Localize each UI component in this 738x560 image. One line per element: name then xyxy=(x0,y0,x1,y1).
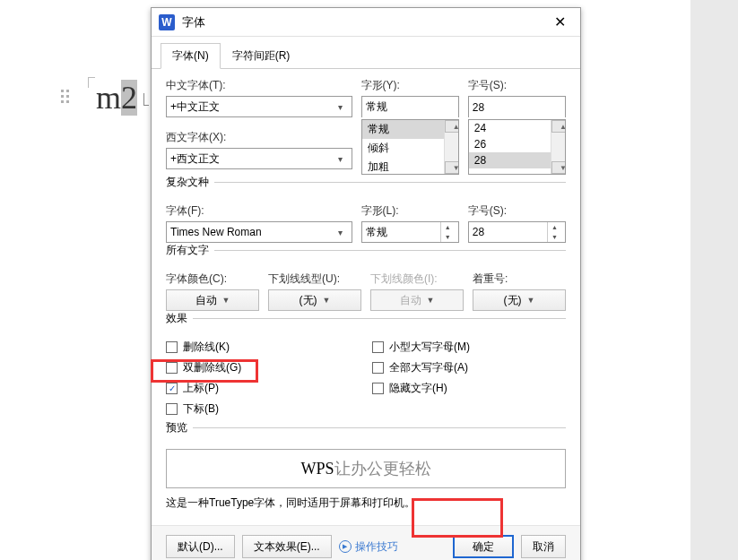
select-western-font[interactable]: +西文正文 ▾ xyxy=(166,148,352,169)
chevron-down-icon: ▼ xyxy=(527,296,535,305)
chevron-down-icon: ▼ xyxy=(427,296,435,305)
input-font-style[interactable]: 常规 xyxy=(361,96,459,117)
chevron-down-icon: ▾ xyxy=(334,154,348,164)
combo-font-color[interactable]: 自动▼ xyxy=(166,289,259,311)
doc-char-selected: 2 xyxy=(121,80,137,116)
scrollbar[interactable]: ▲ ▼ xyxy=(551,120,565,174)
dialog-titlebar[interactable]: W 字体 ✕ xyxy=(152,8,580,37)
select-complex-font[interactable]: Times New Roman ▾ xyxy=(166,221,352,243)
list-item[interactable]: 倾斜 xyxy=(362,139,444,158)
list-item[interactable]: 常规 xyxy=(362,120,444,139)
scroll-up-icon[interactable]: ▲ xyxy=(551,120,566,133)
text-effect-button[interactable]: 文本效果(E)... xyxy=(242,535,332,558)
section-complex: 复杂文种 xyxy=(166,175,214,190)
tab-spacing[interactable]: 字符间距(R) xyxy=(221,43,302,69)
scroll-down-icon[interactable]: ▼ xyxy=(445,161,459,174)
app-icon: W xyxy=(159,14,175,30)
tips-link[interactable]: ▶ 操作技巧 xyxy=(339,539,446,555)
label-emphasis: 着重号: xyxy=(473,271,566,287)
spinner-icon[interactable]: ▲▼ xyxy=(440,222,455,242)
checkbox-double-strike[interactable]: 双删除线(G) xyxy=(166,360,345,375)
checkbox-smallcaps[interactable]: 小型大写字母(M) xyxy=(372,340,470,355)
section-all-text: 所有文字 xyxy=(166,243,214,258)
list-item[interactable]: 28 xyxy=(469,152,551,168)
checkbox-allcaps[interactable]: 全部大写字母(A) xyxy=(372,360,470,375)
chevron-down-icon: ▾ xyxy=(334,228,348,237)
select-complex-style[interactable]: 常规 ▲▼ xyxy=(361,221,459,243)
combo-underline[interactable]: (无)▼ xyxy=(268,289,361,311)
checkbox-superscript[interactable]: ✓上标(P) xyxy=(166,381,345,396)
preview-brand: WPS xyxy=(300,460,334,478)
list-item[interactable]: 26 xyxy=(469,136,551,152)
label-font-size: 字号(S): xyxy=(468,78,566,93)
ok-button[interactable]: 确定 xyxy=(453,535,514,558)
tab-strip: 字体(N) 字符间距(R) xyxy=(152,37,580,69)
doc-char-m: m xyxy=(96,80,121,116)
list-item[interactable]: 加粗 xyxy=(362,158,444,175)
label-western-font: 西文字体(X): xyxy=(166,130,352,145)
label-underline-color: 下划线颜色(I): xyxy=(370,271,464,287)
scroll-down-icon[interactable]: ▼ xyxy=(551,161,566,174)
combo-emphasis[interactable]: (无)▼ xyxy=(473,289,566,311)
dialog-title: 字体 xyxy=(182,14,546,30)
checkbox-subscript[interactable]: 下标(B) xyxy=(166,401,345,417)
close-icon[interactable]: ✕ xyxy=(546,10,573,35)
list-item[interactable]: 24 xyxy=(469,120,551,136)
checkbox-hidden[interactable]: 隐藏文字(H) xyxy=(372,381,470,396)
label-chinese-font: 中文字体(T): xyxy=(166,78,352,93)
label-font-color: 字体颜色(C): xyxy=(166,271,259,287)
chevron-down-icon: ▼ xyxy=(323,296,331,305)
document-text[interactable]: m2 xyxy=(96,79,137,116)
section-preview: 预览 xyxy=(166,420,193,435)
drag-handle-icon xyxy=(61,90,69,103)
tab-font[interactable]: 字体(N) xyxy=(161,43,221,69)
checkbox-strike[interactable]: 删除线(K) xyxy=(166,340,345,355)
default-button[interactable]: 默认(D)... xyxy=(166,535,235,558)
hint-text: 这是一种TrueType字体，同时适用于屏幕和打印机。 xyxy=(166,495,566,511)
listbox-font-style[interactable]: 常规 倾斜 加粗 ▲ ▼ xyxy=(361,119,459,175)
select-chinese-font[interactable]: +中文正文 ▾ xyxy=(166,96,352,117)
play-icon: ▶ xyxy=(339,540,352,553)
preview-box: WPS 让办公更轻松 xyxy=(166,449,566,488)
listbox-font-size[interactable]: 24 26 28 ▲ ▼ xyxy=(468,119,566,175)
ruler-marker xyxy=(88,77,95,88)
section-effects: 效果 xyxy=(166,311,193,326)
font-dialog: W 字体 ✕ 字体(N) 字符间距(R) 中文字体(T): +中文正文 ▾ 西文… xyxy=(151,7,581,560)
combo-underline-color: 自动▼ xyxy=(370,289,464,311)
label-font-style: 字形(Y): xyxy=(361,78,459,93)
scroll-up-icon[interactable]: ▲ xyxy=(445,120,459,133)
input-font-size[interactable]: 28 xyxy=(468,96,566,117)
cancel-button[interactable]: 取消 xyxy=(521,535,566,558)
chevron-down-icon: ▾ xyxy=(334,102,348,112)
paragraph-mark-icon xyxy=(143,93,149,106)
select-complex-size[interactable]: 28 ▲▼ xyxy=(468,221,566,243)
preview-slogan: 让办公更轻松 xyxy=(334,458,431,479)
label-underline: 下划线线型(U): xyxy=(268,271,361,287)
label-complex-style: 字形(L): xyxy=(361,203,459,219)
chevron-down-icon: ▼ xyxy=(222,296,230,305)
scrollbar[interactable]: ▲ ▼ xyxy=(444,120,458,174)
label-complex-size: 字号(S): xyxy=(468,203,566,219)
label-complex-font: 字体(F): xyxy=(166,203,352,219)
spinner-icon[interactable]: ▲▼ xyxy=(547,222,561,242)
